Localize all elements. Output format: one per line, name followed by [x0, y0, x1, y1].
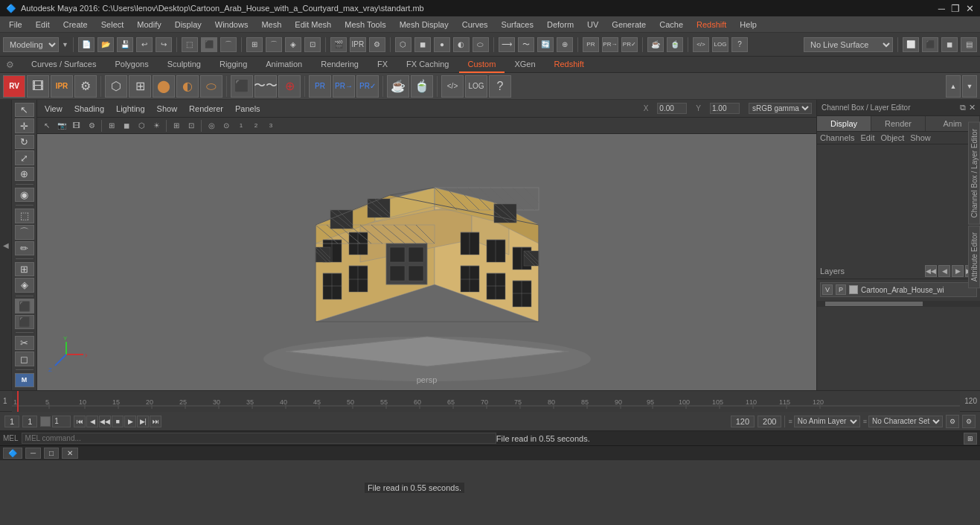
- live-surface-dropdown[interactable]: No Live Surface: [804, 37, 893, 52]
- vp-menu-view[interactable]: View: [42, 103, 65, 115]
- save-file-button[interactable]: 💾: [117, 37, 133, 52]
- display-btn2[interactable]: ⬛: [922, 37, 938, 52]
- shelf-icon-grid[interactable]: ⊞: [129, 75, 151, 98]
- layer-scrollbar[interactable]: [817, 301, 980, 307]
- vp-menu-shading[interactable]: Shading: [71, 103, 107, 115]
- tab-display[interactable]: Display: [817, 116, 871, 131]
- vp-isolate-btn[interactable]: ⊙: [220, 119, 233, 133]
- anim-btn2[interactable]: 🔄: [537, 37, 554, 52]
- shelf-icon-wave[interactable]: 〜〜: [254, 75, 277, 98]
- menu-item-meshtools[interactable]: Mesh Tools: [339, 19, 391, 31]
- move-tool-btn[interactable]: ✛: [15, 118, 34, 133]
- shelf-tab-rigging[interactable]: Rigging: [211, 57, 256, 73]
- play-back-btn[interactable]: ◀◀: [99, 416, 111, 427]
- undo-button[interactable]: ↩: [136, 37, 153, 52]
- render-cup2-btn[interactable]: 🍵: [667, 37, 683, 52]
- shelf-icon-ipr[interactable]: IPR: [51, 75, 73, 98]
- shelf-settings-icon[interactable]: ⚙: [6, 60, 14, 70]
- bevel-btn[interactable]: ◻: [15, 351, 34, 366]
- vp-settings-btn[interactable]: ⚙: [85, 119, 98, 133]
- shelf-icon-log[interactable]: LOG: [465, 75, 487, 98]
- edge-btn[interactable]: ⬛: [15, 315, 34, 329]
- scale-tool-btn[interactable]: ⤢: [15, 150, 34, 165]
- close-button[interactable]: ✕: [966, 3, 974, 14]
- shelf-tab-polygons[interactable]: Polygons: [106, 57, 157, 73]
- shelf-tab-fx[interactable]: FX: [368, 57, 397, 73]
- shelf-icon-rv[interactable]: RV: [3, 75, 25, 98]
- ipr-button[interactable]: IPR: [350, 37, 366, 52]
- snap-grid-lt[interactable]: ⊞: [15, 262, 34, 276]
- char-set-select[interactable]: No Character Set: [868, 416, 943, 427]
- render-cup-btn[interactable]: ☕: [647, 37, 664, 52]
- shelf-icon-sphere[interactable]: ⬤: [153, 75, 175, 98]
- display-btn3[interactable]: ◼: [941, 37, 958, 52]
- task-btn-maya[interactable]: 🔷: [3, 448, 22, 459]
- anim-layer-select[interactable]: No Anim Layer: [794, 416, 860, 427]
- shelf-tab-custom[interactable]: Custom: [459, 57, 505, 73]
- shelf-icon-pr3[interactable]: PR✓: [356, 75, 379, 98]
- mode-dropdown[interactable]: Modeling: [3, 37, 59, 52]
- layer-scrollbar-thumb[interactable]: [825, 302, 923, 306]
- ch-sub-show[interactable]: Show: [910, 133, 931, 142]
- play-fwd-btn[interactable]: ▶: [124, 416, 136, 427]
- shelf-scroll-down[interactable]: ▼: [962, 75, 977, 98]
- menu-item-editmesh[interactable]: Edit Mesh: [289, 19, 337, 31]
- layer-playback-btn[interactable]: P: [836, 284, 846, 295]
- snap-grid-button[interactable]: ⊞: [246, 37, 263, 52]
- layer-nav-prev[interactable]: ◀: [938, 265, 950, 277]
- show-hide-btn[interactable]: ◈: [15, 278, 34, 292]
- rewind-start-btn[interactable]: ⏮: [74, 416, 86, 427]
- vp-res-med[interactable]: 2: [249, 119, 263, 133]
- lasso-tool-btn[interactable]: ⌒: [15, 225, 34, 240]
- shelf-tab-curves[interactable]: Curves / Surfaces: [22, 57, 105, 73]
- shelf-icon-help[interactable]: ?: [489, 75, 511, 98]
- rph-float-btn[interactable]: ⧉: [960, 103, 966, 112]
- menu-item-mesh[interactable]: Mesh: [255, 19, 287, 31]
- universal-tool-btn[interactable]: ⊕: [15, 167, 34, 181]
- ch-sub-channels[interactable]: Channels: [820, 133, 854, 142]
- shelf-icon-red-cube[interactable]: ⬛: [231, 75, 253, 98]
- coord-y-input[interactable]: [710, 103, 740, 114]
- minimize-button[interactable]: ─: [938, 3, 945, 14]
- shelf-tab-animation[interactable]: Animation: [257, 57, 311, 73]
- task-btn-box[interactable]: □: [44, 448, 59, 459]
- menu-item-modify[interactable]: Modify: [131, 19, 167, 31]
- vp-xray-btn[interactable]: ◎: [205, 119, 218, 133]
- rph-close-btn[interactable]: ✕: [969, 103, 976, 112]
- vp-grid-btn[interactable]: ⊞: [170, 119, 183, 133]
- shelf-icon-code[interactable]: </>: [441, 75, 464, 98]
- stop-btn[interactable]: ■: [112, 416, 124, 427]
- nurbscurve-button[interactable]: ◼: [414, 37, 431, 52]
- playback-settings-btn[interactable]: ⚙: [962, 415, 976, 428]
- shelf-icon-circle[interactable]: ⊕: [278, 75, 301, 98]
- render-button[interactable]: 🎬: [330, 37, 347, 52]
- shelf-icon-pr2[interactable]: PR→: [333, 75, 355, 98]
- shelf-icon-poly[interactable]: ⬡: [105, 75, 127, 98]
- anim-btn1[interactable]: 〜: [518, 37, 534, 52]
- display-btn4[interactable]: ▤: [961, 37, 977, 52]
- snap-curve-button[interactable]: ⌒: [266, 37, 282, 52]
- pr-btn2[interactable]: PR→: [602, 37, 618, 52]
- side-tab-channelbox[interactable]: Channel Box / Layer Editor: [968, 122, 980, 225]
- anim-btn3[interactable]: ⊕: [557, 37, 573, 52]
- select-tool[interactable]: ↖: [15, 103, 34, 117]
- layer-nav-next[interactable]: ▶: [952, 265, 964, 277]
- vp-menu-lighting[interactable]: Lighting: [113, 103, 148, 115]
- snap-point-button[interactable]: ◈: [285, 37, 301, 52]
- vp-menu-show[interactable]: Show: [154, 103, 181, 115]
- paint-select-btn[interactable]: ✏: [15, 241, 34, 255]
- select-lasso-button[interactable]: ⬛: [201, 37, 217, 52]
- menu-item-select[interactable]: Select: [95, 19, 130, 31]
- multi-cut-btn[interactable]: ✂: [15, 336, 34, 350]
- rotate-tool-btn[interactable]: ↻: [15, 135, 34, 149]
- gamma-select[interactable]: sRGB gamma: [749, 103, 812, 114]
- vp-res-low[interactable]: 1: [234, 119, 248, 133]
- new-file-button[interactable]: 📄: [78, 37, 95, 52]
- shelf-icon-video[interactable]: 🎞: [27, 75, 49, 98]
- layer-nav-first[interactable]: ◀◀: [925, 265, 937, 277]
- vp-res-high[interactable]: 3: [264, 119, 278, 133]
- maya-logo-btn[interactable]: M: [15, 373, 34, 387]
- restore-button[interactable]: ❐: [951, 3, 960, 14]
- snap-view-button[interactable]: ⊡: [304, 37, 321, 52]
- shelf-icon-shape2[interactable]: ⬭: [200, 75, 222, 98]
